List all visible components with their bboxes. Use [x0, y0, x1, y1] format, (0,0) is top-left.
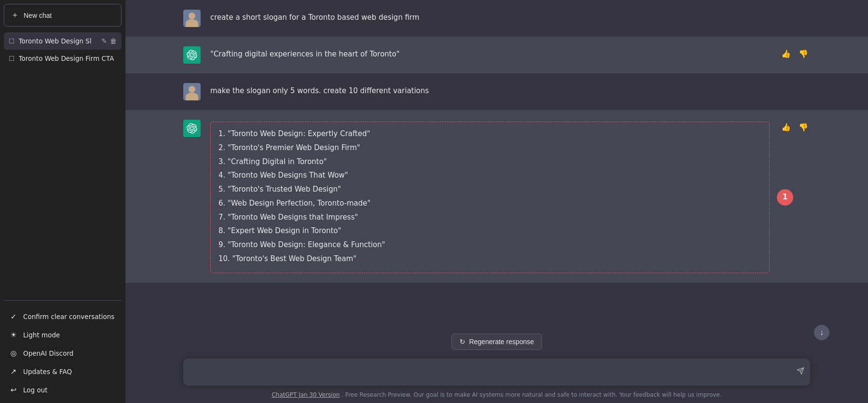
chat-item-label: Toronto Web Design Sl: [19, 37, 98, 45]
main-chat-area: create a short slogan for a Toronto base…: [125, 0, 868, 403]
thumbs-up-button-2[interactable]: 👍: [779, 122, 793, 133]
sidebar-item-toronto-web-si[interactable]: ☐ Toronto Web Design Sl ✎ 🗑: [4, 32, 122, 50]
list-item: 7. "Toronto Web Designs that Impress": [218, 211, 761, 223]
list-item: 4. "Toronto Web Designs That Wow": [218, 169, 761, 181]
message-row-user-2: make the slogan only 5 words. create 10 …: [125, 73, 868, 110]
external-link-icon: ↗: [9, 367, 18, 376]
thumbs-up-button[interactable]: 👍: [779, 48, 793, 59]
updates-label: Updates & FAQ: [23, 368, 72, 375]
list-item: 6. "Web Design Perfection, Toronto-made": [218, 197, 761, 209]
sidebar-item-light-mode[interactable]: ☀ Light mode: [4, 326, 122, 344]
delete-icon[interactable]: 🗑: [110, 37, 117, 45]
list-item: 10. "Toronto's Best Web Design Team": [218, 253, 761, 265]
message-row-ai-1: "Crafting digital experiences in the hea…: [125, 37, 868, 73]
list-item: 8. "Expert Web Design in Toronto": [218, 225, 761, 237]
plus-icon: ＋: [11, 10, 19, 20]
footer-description: . Free Research Preview. Our goal is to …: [341, 391, 721, 398]
user-avatar-2: [183, 83, 201, 100]
message-actions-ai-2: 👍 👎: [779, 120, 810, 133]
new-chat-button[interactable]: ＋ New chat: [4, 4, 122, 27]
chat-messages: create a short slogan for a Toronto base…: [125, 0, 868, 329]
slogan-list: 1. "Toronto Web Design: Expertly Crafted…: [218, 128, 761, 265]
message-row-user-1: create a short slogan for a Toronto base…: [125, 0, 868, 37]
regenerate-wrap: ↻ Regenerate response: [125, 329, 868, 354]
discord-icon: ◎: [9, 349, 18, 358]
chat-icon: ☐: [9, 37, 15, 45]
sidebar-bottom: ✓ Confirm clear conversations ☀ Light mo…: [0, 304, 125, 403]
highlighted-response-box: 1. "Toronto Web Design: Expertly Crafted…: [210, 122, 770, 273]
discord-label: OpenAI Discord: [23, 349, 73, 357]
message-text-ai-1: "Crafting digital experiences in the hea…: [210, 46, 770, 60]
message-text-ai-2: 1. "Toronto Web Design: Expertly Crafted…: [210, 120, 770, 273]
check-icon: ✓: [9, 312, 18, 321]
thumbs-down-button[interactable]: 👎: [797, 48, 810, 59]
list-item: 2. "Toronto's Premier Web Design Firm": [218, 142, 761, 154]
message-row-ai-2: 1. "Toronto Web Design: Expertly Crafted…: [125, 110, 868, 283]
chat-icon: ☐: [9, 55, 15, 62]
scroll-down-button[interactable]: ↓: [814, 325, 829, 340]
list-item: 1. "Toronto Web Design: Expertly Crafted…: [218, 128, 761, 140]
chat-input[interactable]: [183, 359, 810, 384]
user-avatar: [183, 10, 201, 27]
footer-text: ChatGPT Jan 30 Version . Free Research P…: [125, 389, 868, 403]
thumbs-down-button-2[interactable]: 👎: [797, 122, 810, 133]
chat-list: ☐ Toronto Web Design Sl ✎ 🗑 ☐ Toronto We…: [0, 30, 125, 297]
logout-label: Log out: [23, 386, 48, 394]
chat-item-label: Toronto Web Design Firm CTA: [19, 55, 117, 62]
message-text-user-1: create a short slogan for a Toronto base…: [210, 10, 810, 24]
message-actions-ai-1: 👍 👎: [779, 46, 810, 59]
chevron-down-icon: ↓: [820, 328, 824, 337]
sidebar-item-toronto-web-cta[interactable]: ☐ Toronto Web Design Firm CTA: [4, 50, 122, 67]
refresh-icon: ↻: [460, 338, 465, 346]
list-item: 5. "Toronto's Trusted Web Design": [218, 183, 761, 195]
ai-avatar: [183, 46, 201, 64]
regenerate-button[interactable]: ↻ Regenerate response: [451, 334, 542, 350]
annotation-badge: 1: [777, 189, 793, 206]
sidebar-divider: [4, 300, 122, 301]
input-area: [125, 354, 868, 389]
sidebar-item-discord[interactable]: ◎ OpenAI Discord: [4, 344, 122, 362]
ai-avatar-2: [183, 120, 201, 137]
sidebar-item-updates[interactable]: ↗ Updates & FAQ: [4, 362, 122, 381]
chatgpt-version-link[interactable]: ChatGPT Jan 30 Version: [271, 391, 339, 398]
sun-icon: ☀: [9, 331, 18, 339]
message-text-user-2: make the slogan only 5 words. create 10 …: [210, 83, 810, 97]
list-item: 9. "Toronto Web Design: Elegance & Funct…: [218, 239, 761, 251]
logout-icon: ↩: [9, 386, 18, 394]
send-button[interactable]: [797, 367, 804, 377]
sidebar: ＋ New chat ☐ Toronto Web Design Sl ✎ 🗑 ☐…: [0, 0, 125, 403]
new-chat-label: New chat: [24, 12, 52, 19]
light-mode-label: Light mode: [23, 331, 60, 339]
sidebar-item-confirm-clear[interactable]: ✓ Confirm clear conversations: [4, 307, 122, 326]
list-item: 3. "Crafting Digital in Toronto": [218, 156, 761, 168]
confirm-clear-label: Confirm clear conversations: [23, 313, 114, 320]
input-box-wrap: [183, 359, 810, 386]
edit-icon[interactable]: ✎: [101, 37, 107, 45]
regenerate-label: Regenerate response: [469, 338, 534, 346]
chat-item-actions: ✎ 🗑: [101, 37, 117, 45]
sidebar-item-logout[interactable]: ↩ Log out: [4, 381, 122, 399]
